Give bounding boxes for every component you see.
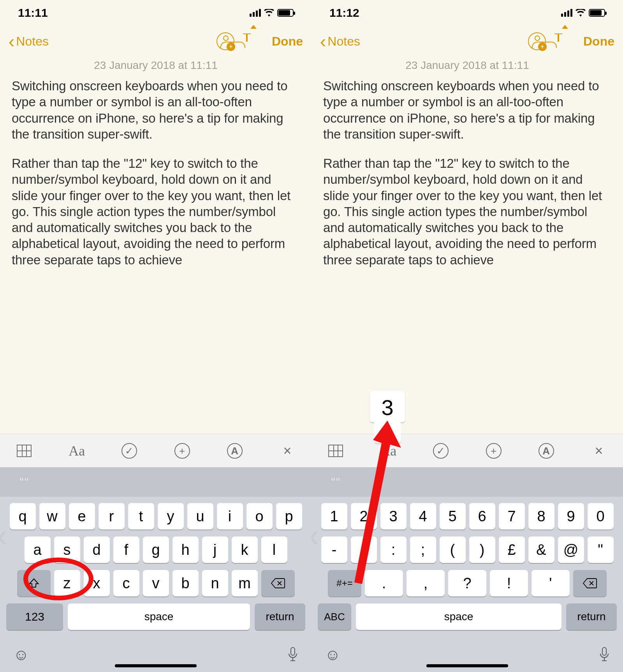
key-6[interactable]: 6: [469, 503, 495, 530]
emoji-button[interactable]: ☺: [13, 646, 29, 663]
battery-icon: [277, 9, 294, 17]
add-attachment-button[interactable]: +: [484, 441, 504, 461]
key-sym[interactable]: (: [440, 537, 466, 563]
share-button[interactable]: [558, 34, 572, 48]
emoji-button[interactable]: ☺: [325, 646, 341, 663]
key-o[interactable]: o: [246, 503, 273, 530]
swipe-handle[interactable]: ‹: [0, 518, 7, 554]
key-sym[interactable]: &: [528, 537, 554, 563]
key-j[interactable]: j: [202, 537, 228, 563]
key-t[interactable]: t: [128, 503, 154, 530]
key-e[interactable]: e: [69, 503, 95, 530]
keyboard: qwertyuiop asdfghjkl zxcvbnm 123 space r…: [0, 497, 312, 637]
back-button[interactable]: ‹ Notes: [320, 32, 360, 50]
key-k[interactable]: k: [232, 537, 258, 563]
shift-key[interactable]: [17, 570, 51, 596]
close-format-button[interactable]: ×: [277, 441, 297, 461]
key-sym[interactable]: -: [321, 537, 347, 563]
key-q[interactable]: q: [10, 503, 36, 530]
checklist-button[interactable]: ✓: [431, 441, 451, 461]
key-c[interactable]: c: [113, 570, 139, 596]
key-f[interactable]: f: [113, 537, 139, 563]
key-sym[interactable]: ': [531, 570, 570, 596]
key-sym[interactable]: ": [588, 537, 614, 563]
key-4[interactable]: 4: [410, 503, 436, 530]
key-2[interactable]: 2: [351, 503, 377, 530]
dictation-button[interactable]: [599, 647, 610, 662]
swipe-handle[interactable]: ‹: [312, 518, 319, 554]
text-style-button[interactable]: Aa: [378, 441, 398, 461]
key-sym[interactable]: ;: [410, 537, 436, 563]
key-r[interactable]: r: [99, 503, 125, 530]
key-sym[interactable]: ?: [448, 570, 486, 596]
share-button[interactable]: [246, 34, 260, 48]
back-button[interactable]: ‹ Notes: [9, 32, 49, 50]
chevron-left-icon: ‹: [320, 32, 326, 50]
key-s[interactable]: s: [54, 537, 80, 563]
key-n[interactable]: n: [202, 570, 228, 596]
key-w[interactable]: w: [39, 503, 65, 530]
abc-switch-key[interactable]: ABC: [318, 603, 351, 630]
key-sym[interactable]: :: [380, 537, 407, 563]
note-body[interactable]: Switching onscreen keyboards when you ne…: [312, 76, 623, 434]
backspace-key[interactable]: [573, 570, 607, 596]
symbol-switch-key[interactable]: #+=: [328, 570, 361, 596]
markup-button[interactable]: A: [225, 441, 245, 461]
key-sym[interactable]: !: [490, 570, 528, 596]
add-people-button[interactable]: +: [528, 32, 546, 50]
checklist-button[interactable]: ✓: [119, 441, 139, 461]
note-body[interactable]: Switching onscreen keyboards when you ne…: [0, 76, 312, 434]
nav-bar: ‹ Notes + Done: [312, 26, 623, 57]
key-l[interactable]: l: [261, 537, 287, 563]
key-0[interactable]: 0: [588, 503, 614, 530]
back-label: Notes: [16, 34, 49, 49]
add-people-button[interactable]: +: [216, 32, 234, 50]
key-5[interactable]: 5: [440, 503, 466, 530]
suggestion-bar[interactable]: "": [0, 467, 312, 497]
number-switch-key[interactable]: 123: [6, 603, 63, 630]
key-y[interactable]: y: [158, 503, 184, 530]
table-button[interactable]: [14, 441, 34, 461]
return-key[interactable]: return: [255, 603, 305, 630]
key-sym[interactable]: .: [365, 570, 403, 596]
status-time: 11:11: [18, 6, 48, 19]
key-u[interactable]: u: [187, 503, 213, 530]
key-sym[interactable]: ): [469, 537, 495, 563]
table-button[interactable]: [326, 441, 346, 461]
key-m[interactable]: m: [232, 570, 258, 596]
markup-button[interactable]: A: [536, 441, 556, 461]
return-key[interactable]: return: [566, 603, 617, 630]
backspace-key[interactable]: [261, 570, 295, 596]
key-h[interactable]: h: [172, 537, 199, 563]
home-indicator[interactable]: [115, 664, 197, 667]
key-sym[interactable]: £: [499, 537, 525, 563]
text-style-button[interactable]: Aa: [67, 441, 87, 461]
key-d[interactable]: d: [84, 537, 110, 563]
done-button[interactable]: Done: [583, 34, 614, 49]
key-3[interactable]: 3: [380, 503, 407, 530]
done-button[interactable]: Done: [272, 34, 303, 49]
key-z[interactable]: z: [54, 570, 80, 596]
key-9[interactable]: 9: [558, 503, 584, 530]
key-p[interactable]: p: [276, 503, 302, 530]
close-format-button[interactable]: ×: [589, 441, 609, 461]
space-key[interactable]: space: [68, 603, 250, 630]
dictation-button[interactable]: [287, 647, 298, 662]
key-1[interactable]: 1: [321, 503, 347, 530]
key-a[interactable]: a: [25, 537, 51, 563]
key-b[interactable]: b: [172, 570, 199, 596]
phone-left: 11:11 ‹ Notes + Done: [0, 0, 312, 672]
suggestion-bar[interactable]: "": [312, 467, 623, 497]
key-sym[interactable]: ,: [407, 570, 445, 596]
key-sym[interactable]: @: [558, 537, 584, 563]
key-8[interactable]: 8: [528, 503, 554, 530]
key-g[interactable]: g: [143, 537, 169, 563]
key-i[interactable]: i: [217, 503, 243, 530]
key-x[interactable]: x: [84, 570, 110, 596]
home-indicator[interactable]: [426, 664, 508, 667]
add-attachment-button[interactable]: +: [172, 441, 192, 461]
key-sym[interactable]: /: [351, 537, 377, 563]
key-7[interactable]: 7: [499, 503, 525, 530]
key-v[interactable]: v: [143, 570, 169, 596]
space-key[interactable]: space: [356, 603, 561, 630]
